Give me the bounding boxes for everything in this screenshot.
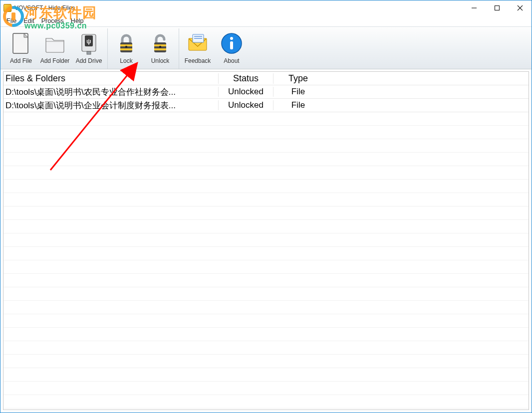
app-window: VOVSOFT - Hide Files File Edit Process H…	[0, 0, 532, 413]
about-label: About	[224, 57, 239, 64]
app-icon	[3, 4, 11, 12]
add-file-label: Add File	[10, 57, 32, 64]
table-row[interactable]: D:\tools\桌面\说明书\农民专业合作社财务会... Unlocked F…	[3, 85, 529, 99]
lock-label: Lock	[120, 57, 132, 64]
close-icon	[517, 5, 523, 11]
menu-edit[interactable]: Edit	[20, 16, 37, 25]
cell-path: D:\tools\桌面\说明书\企业会计制度财务报表...	[3, 100, 218, 111]
unlock-icon	[148, 31, 172, 55]
svg-rect-13	[120, 48, 132, 50]
file-icon	[9, 31, 33, 55]
window-title: VOVSOFT - Hide Files	[14, 4, 75, 11]
column-header-path[interactable]: Files & Folders	[3, 73, 218, 84]
add-folder-label: Add Folder	[40, 57, 70, 64]
unlock-button[interactable]: Unlock	[145, 28, 176, 69]
cell-type: File	[273, 100, 323, 110]
svg-rect-25	[230, 41, 233, 49]
column-header-status[interactable]: Status	[218, 73, 273, 84]
svg-point-24	[230, 37, 233, 40]
cell-path: D:\tools\桌面\说明书\农民专业合作社财务会...	[3, 86, 218, 98]
menu-help[interactable]: Help	[68, 16, 87, 25]
feedback-label: Feedback	[185, 57, 211, 64]
drive-icon: ψ	[77, 31, 101, 55]
toolbar-group-add: Add File Add Folder ψ	[2, 28, 108, 69]
about-button[interactable]: About	[216, 28, 247, 69]
lock-icon	[114, 31, 138, 55]
svg-rect-10	[87, 51, 91, 54]
menubar: File Edit Process Help	[0, 15, 532, 26]
toolbar-group-misc: Feedback About	[179, 28, 250, 69]
svg-point-14	[125, 46, 127, 48]
minimize-icon	[471, 5, 477, 11]
close-button[interactable]	[509, 0, 532, 15]
unlock-label: Unlock	[151, 57, 170, 64]
add-file-button[interactable]: Add File	[5, 28, 36, 69]
table-row[interactable]: D:\tools\桌面\说明书\企业会计制度财务报表... Unlocked F…	[3, 99, 529, 112]
add-drive-button[interactable]: ψ Add Drive	[73, 28, 104, 69]
menu-file[interactable]: File	[3, 16, 19, 25]
svg-point-18	[159, 46, 161, 48]
file-grid: Files & Folders Status Type D:\tools\桌面\…	[3, 71, 529, 410]
svg-rect-1	[495, 6, 500, 10]
folder-icon	[43, 31, 67, 55]
svg-text:ψ: ψ	[86, 37, 91, 45]
add-folder-button[interactable]: Add Folder	[39, 28, 70, 69]
column-header-type[interactable]: Type	[273, 73, 323, 84]
maximize-button[interactable]	[486, 0, 509, 15]
envelope-icon	[186, 31, 210, 55]
minimize-button[interactable]	[463, 0, 486, 15]
cell-status: Unlocked	[218, 100, 273, 110]
feedback-button[interactable]: Feedback	[182, 28, 213, 69]
svg-rect-17	[154, 48, 166, 50]
menu-process[interactable]: Process	[38, 16, 67, 25]
toolbar-group-lock: Lock Unlock	[108, 28, 179, 69]
info-icon	[220, 31, 244, 55]
grid-body[interactable]: D:\tools\桌面\说明书\农民专业合作社财务会... Unlocked F…	[3, 85, 529, 410]
maximize-icon	[494, 5, 500, 11]
cell-status: Unlocked	[218, 87, 273, 97]
titlebar: VOVSOFT - Hide Files	[0, 0, 532, 15]
toolbar: Add File Add Folder ψ	[0, 26, 532, 69]
add-drive-label: Add Drive	[76, 57, 102, 64]
grid-header: Files & Folders Status Type	[3, 72, 529, 85]
cell-type: File	[273, 87, 323, 97]
lock-button[interactable]: Lock	[111, 28, 142, 69]
